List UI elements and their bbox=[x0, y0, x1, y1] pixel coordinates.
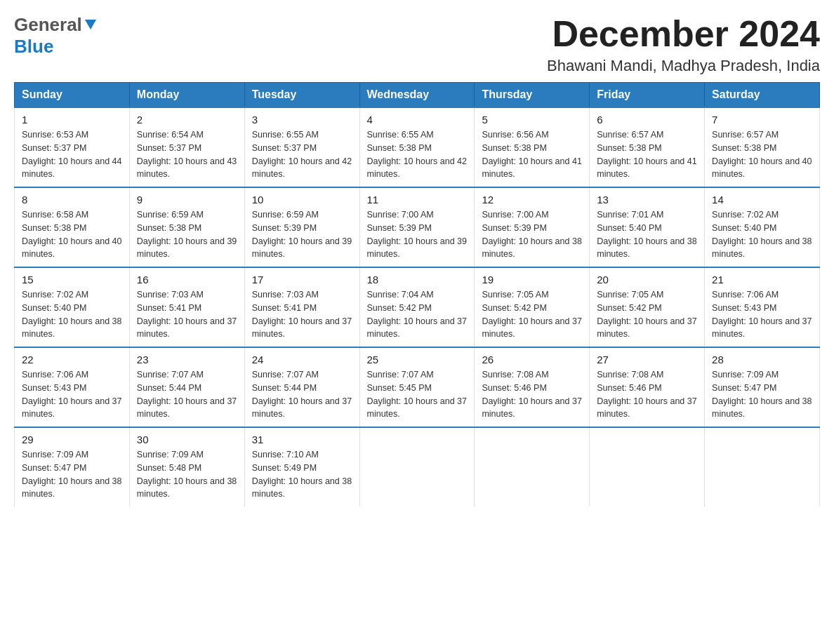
day-info: Sunrise: 7:09 AMSunset: 5:48 PMDaylight:… bbox=[137, 448, 237, 501]
day-info: Sunrise: 7:08 AMSunset: 5:46 PMDaylight:… bbox=[482, 368, 582, 421]
calendar-header-monday: Monday bbox=[129, 83, 244, 108]
calendar-cell: 1Sunrise: 6:53 AMSunset: 5:37 PMDaylight… bbox=[15, 107, 130, 187]
page-header: General Blue December 2024 Bhawani Mandi… bbox=[14, 14, 820, 75]
day-number: 14 bbox=[712, 194, 812, 206]
title-section: December 2024 Bhawani Mandi, Madhya Prad… bbox=[547, 14, 820, 75]
day-info: Sunrise: 7:03 AMSunset: 5:41 PMDaylight:… bbox=[137, 288, 237, 341]
day-info: Sunrise: 6:59 AMSunset: 5:38 PMDaylight:… bbox=[137, 208, 237, 261]
day-number: 4 bbox=[367, 114, 468, 126]
calendar-cell: 18Sunrise: 7:04 AMSunset: 5:42 PMDayligh… bbox=[359, 267, 475, 347]
day-info: Sunrise: 7:01 AMSunset: 5:40 PMDaylight:… bbox=[597, 208, 697, 261]
calendar-cell bbox=[359, 427, 475, 507]
day-info: Sunrise: 7:02 AMSunset: 5:40 PMDaylight:… bbox=[22, 288, 122, 341]
day-number: 30 bbox=[137, 434, 237, 445]
day-number: 16 bbox=[137, 274, 237, 286]
calendar-week-row: 8Sunrise: 6:58 AMSunset: 5:38 PMDaylight… bbox=[15, 187, 820, 267]
day-info: Sunrise: 7:06 AMSunset: 5:43 PMDaylight:… bbox=[712, 288, 812, 341]
day-number: 15 bbox=[22, 274, 122, 286]
calendar-cell: 7Sunrise: 6:57 AMSunset: 5:38 PMDaylight… bbox=[705, 107, 820, 187]
day-info: Sunrise: 6:58 AMSunset: 5:38 PMDaylight:… bbox=[22, 208, 122, 261]
calendar-cell bbox=[590, 427, 705, 507]
day-number: 26 bbox=[482, 354, 582, 365]
month-title: December 2024 bbox=[547, 14, 820, 54]
day-info: Sunrise: 7:00 AMSunset: 5:39 PMDaylight:… bbox=[482, 208, 582, 261]
day-info: Sunrise: 7:02 AMSunset: 5:40 PMDaylight:… bbox=[712, 208, 812, 261]
calendar-cell: 14Sunrise: 7:02 AMSunset: 5:40 PMDayligh… bbox=[705, 187, 820, 267]
day-info: Sunrise: 7:07 AMSunset: 5:44 PMDaylight:… bbox=[252, 368, 352, 421]
calendar-cell: 8Sunrise: 6:58 AMSunset: 5:38 PMDaylight… bbox=[15, 187, 130, 267]
day-number: 21 bbox=[712, 274, 812, 286]
day-info: Sunrise: 7:09 AMSunset: 5:47 PMDaylight:… bbox=[22, 448, 122, 501]
calendar-cell: 17Sunrise: 7:03 AMSunset: 5:41 PMDayligh… bbox=[244, 267, 359, 347]
day-info: Sunrise: 6:54 AMSunset: 5:37 PMDaylight:… bbox=[137, 128, 237, 181]
calendar-cell: 30Sunrise: 7:09 AMSunset: 5:48 PMDayligh… bbox=[129, 427, 244, 507]
logo: General Blue bbox=[14, 14, 98, 58]
svg-marker-0 bbox=[85, 20, 96, 29]
day-number: 8 bbox=[22, 194, 122, 206]
calendar-cell: 15Sunrise: 7:02 AMSunset: 5:40 PMDayligh… bbox=[15, 267, 130, 347]
calendar-cell: 3Sunrise: 6:55 AMSunset: 5:37 PMDaylight… bbox=[244, 107, 359, 187]
calendar-header-saturday: Saturday bbox=[705, 83, 820, 108]
day-number: 5 bbox=[482, 114, 582, 126]
day-number: 6 bbox=[597, 114, 697, 126]
calendar-header-thursday: Thursday bbox=[475, 83, 590, 108]
calendar-header-wednesday: Wednesday bbox=[359, 83, 475, 108]
calendar-header-tuesday: Tuesday bbox=[244, 83, 359, 108]
day-info: Sunrise: 7:05 AMSunset: 5:42 PMDaylight:… bbox=[482, 288, 582, 341]
day-number: 20 bbox=[597, 274, 697, 286]
calendar-week-row: 29Sunrise: 7:09 AMSunset: 5:47 PMDayligh… bbox=[15, 427, 820, 507]
day-info: Sunrise: 6:56 AMSunset: 5:38 PMDaylight:… bbox=[482, 128, 582, 181]
day-info: Sunrise: 7:05 AMSunset: 5:42 PMDaylight:… bbox=[597, 288, 697, 341]
calendar-cell: 26Sunrise: 7:08 AMSunset: 5:46 PMDayligh… bbox=[475, 347, 590, 427]
day-info: Sunrise: 6:57 AMSunset: 5:38 PMDaylight:… bbox=[712, 128, 812, 181]
day-number: 31 bbox=[252, 434, 352, 445]
day-info: Sunrise: 6:59 AMSunset: 5:39 PMDaylight:… bbox=[252, 208, 352, 261]
calendar-cell: 20Sunrise: 7:05 AMSunset: 5:42 PMDayligh… bbox=[590, 267, 705, 347]
calendar-cell: 16Sunrise: 7:03 AMSunset: 5:41 PMDayligh… bbox=[129, 267, 244, 347]
day-info: Sunrise: 7:07 AMSunset: 5:45 PMDaylight:… bbox=[367, 368, 468, 421]
day-number: 13 bbox=[597, 194, 697, 206]
calendar-cell bbox=[475, 427, 590, 507]
calendar-week-row: 22Sunrise: 7:06 AMSunset: 5:43 PMDayligh… bbox=[15, 347, 820, 427]
day-number: 18 bbox=[367, 274, 468, 286]
calendar-cell: 28Sunrise: 7:09 AMSunset: 5:47 PMDayligh… bbox=[705, 347, 820, 427]
calendar-cell: 6Sunrise: 6:57 AMSunset: 5:38 PMDaylight… bbox=[590, 107, 705, 187]
logo-general-text: General bbox=[14, 14, 82, 36]
day-number: 25 bbox=[367, 354, 468, 365]
day-number: 17 bbox=[252, 274, 352, 286]
calendar-cell: 22Sunrise: 7:06 AMSunset: 5:43 PMDayligh… bbox=[15, 347, 130, 427]
day-number: 3 bbox=[252, 114, 352, 126]
calendar-cell: 9Sunrise: 6:59 AMSunset: 5:38 PMDaylight… bbox=[129, 187, 244, 267]
day-number: 9 bbox=[137, 194, 237, 206]
day-info: Sunrise: 7:08 AMSunset: 5:46 PMDaylight:… bbox=[597, 368, 697, 421]
day-number: 1 bbox=[22, 114, 122, 126]
day-number: 29 bbox=[22, 434, 122, 445]
day-info: Sunrise: 6:53 AMSunset: 5:37 PMDaylight:… bbox=[22, 128, 122, 181]
day-info: Sunrise: 7:03 AMSunset: 5:41 PMDaylight:… bbox=[252, 288, 352, 341]
calendar-cell bbox=[705, 427, 820, 507]
day-info: Sunrise: 7:10 AMSunset: 5:49 PMDaylight:… bbox=[252, 448, 352, 501]
day-info: Sunrise: 6:55 AMSunset: 5:37 PMDaylight:… bbox=[252, 128, 352, 181]
day-info: Sunrise: 6:57 AMSunset: 5:38 PMDaylight:… bbox=[597, 128, 697, 181]
calendar-cell: 31Sunrise: 7:10 AMSunset: 5:49 PMDayligh… bbox=[244, 427, 359, 507]
calendar-cell: 5Sunrise: 6:56 AMSunset: 5:38 PMDaylight… bbox=[475, 107, 590, 187]
calendar-cell: 23Sunrise: 7:07 AMSunset: 5:44 PMDayligh… bbox=[129, 347, 244, 427]
calendar-cell: 12Sunrise: 7:00 AMSunset: 5:39 PMDayligh… bbox=[475, 187, 590, 267]
logo-blue-text: Blue bbox=[14, 36, 53, 58]
day-number: 2 bbox=[137, 114, 237, 126]
calendar-cell: 24Sunrise: 7:07 AMSunset: 5:44 PMDayligh… bbox=[244, 347, 359, 427]
calendar-cell: 25Sunrise: 7:07 AMSunset: 5:45 PMDayligh… bbox=[359, 347, 475, 427]
calendar-cell: 11Sunrise: 7:00 AMSunset: 5:39 PMDayligh… bbox=[359, 187, 475, 267]
calendar-table: SundayMondayTuesdayWednesdayThursdayFrid… bbox=[14, 82, 820, 507]
calendar-cell: 21Sunrise: 7:06 AMSunset: 5:43 PMDayligh… bbox=[705, 267, 820, 347]
calendar-header-sunday: Sunday bbox=[15, 83, 130, 108]
day-number: 12 bbox=[482, 194, 582, 206]
calendar-header-friday: Friday bbox=[590, 83, 705, 108]
day-number: 19 bbox=[482, 274, 582, 286]
calendar-cell: 4Sunrise: 6:55 AMSunset: 5:38 PMDaylight… bbox=[359, 107, 475, 187]
day-info: Sunrise: 7:07 AMSunset: 5:44 PMDaylight:… bbox=[137, 368, 237, 421]
calendar-cell: 27Sunrise: 7:08 AMSunset: 5:46 PMDayligh… bbox=[590, 347, 705, 427]
day-info: Sunrise: 7:09 AMSunset: 5:47 PMDaylight:… bbox=[712, 368, 812, 421]
calendar-cell: 2Sunrise: 6:54 AMSunset: 5:37 PMDaylight… bbox=[129, 107, 244, 187]
day-info: Sunrise: 7:04 AMSunset: 5:42 PMDaylight:… bbox=[367, 288, 468, 341]
